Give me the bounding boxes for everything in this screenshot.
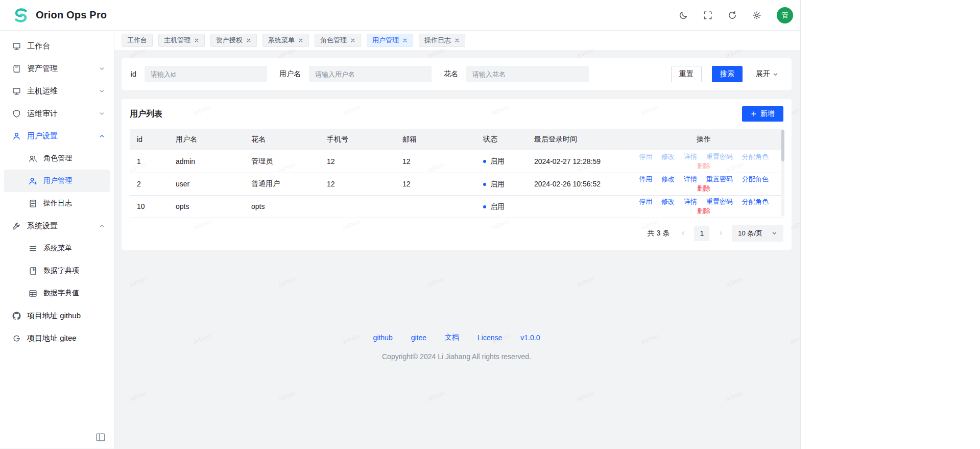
user-list-panel: 用户列表 新增 [122,99,792,250]
column-header-status: 状态 [476,129,527,150]
user-add-icon [29,177,37,185]
assign-role-action[interactable]: 分配角色 [742,175,769,183]
reset-button[interactable]: 重置 [671,66,702,82]
settings-gear-icon[interactable] [752,11,761,20]
footer-link-docs[interactable]: 文档 [445,333,459,342]
reset-password-action[interactable]: 重置密码 [706,153,733,160]
prev-page-button[interactable] [677,226,689,241]
tab-label: 主机管理 [164,36,190,45]
delete-action[interactable]: 删除 [697,207,710,215]
sidebar-item-dict-keys[interactable]: 数据字典项 [4,259,110,282]
page-size-select[interactable]: 10 条/页 [732,225,783,242]
delete-action[interactable]: 删除 [697,162,710,170]
column-header-last-login: 最后登录时间 [527,129,624,150]
sidebar-item-system-settings[interactable]: 系统设置 [4,215,110,237]
tab-workbench[interactable]: 工作台 [122,34,153,47]
username-filter-label: 用户名 [279,69,301,79]
tab-close-icon[interactable] [402,38,408,43]
page-content: id 用户名 花名 重置 搜索 展开 [114,50,800,448]
footer-link-github[interactable]: github [373,334,393,342]
tab-close-icon[interactable] [350,38,355,43]
tab-close-icon[interactable] [298,38,303,43]
detail-action[interactable]: 详情 [684,198,697,205]
cell-email: 12 [395,150,476,173]
expand-toggle[interactable]: 展开 [756,69,778,79]
tab-label: 操作日志 [424,36,451,45]
cell-id: 10 [130,195,169,218]
scrollbar-thumb[interactable] [781,130,784,161]
disable-action[interactable]: 停用 [639,198,652,205]
edit-action[interactable]: 修改 [661,198,675,205]
copyright-text: Copyright© 2024 Li Jiahang All rights re… [122,352,792,361]
status-dot [483,183,486,186]
sidebar-item-asset-management[interactable]: 资产管理 [4,57,110,80]
sidebar-item-gitee[interactable]: 项目地址 gitee [4,327,110,349]
tab-close-icon[interactable] [455,38,460,43]
detail-action[interactable]: 详情 [684,175,697,183]
user-avatar[interactable]: 管 [777,7,793,23]
tab-role-management[interactable]: 角色管理 [315,34,361,47]
sidebar-item-operation-log[interactable]: 操作日志 [4,192,110,215]
user-table: id 用户名 花名 手机号 邮箱 状态 最后登录时间 操作 [130,129,783,218]
assign-role-action[interactable]: 分配角色 [742,153,769,160]
tab-system-menu[interactable]: 系统菜单 [262,34,309,47]
sidebar-item-label: 数据字典项 [43,266,105,275]
username-filter-input[interactable] [309,66,432,82]
tab-user-management[interactable]: 用户管理 [367,34,413,47]
sidebar-item-label: 系统设置 [27,221,99,231]
sidebar-item-github[interactable]: 项目地址 github [4,304,110,327]
sidebar-item-host-ops[interactable]: 主机运维 [4,80,110,102]
nickname-filter-input[interactable] [466,66,589,82]
chevron-up-icon [99,133,105,139]
tab-close-icon[interactable] [194,38,199,43]
tab-operation-log[interactable]: 操作日志 [419,34,465,47]
disable-action[interactable]: 停用 [639,153,652,160]
edit-action[interactable]: 修改 [661,175,675,183]
footer-link-version[interactable]: v1.0.0 [520,334,540,342]
app-title: Orion Ops Pro [36,9,107,21]
cell-username: admin [169,150,244,173]
sidebar-item-label: 用户设置 [27,131,99,141]
reset-password-action[interactable]: 重置密码 [706,198,733,205]
theme-icon[interactable] [679,11,688,20]
sidebar-item-role-management[interactable]: 角色管理 [4,147,110,170]
fullscreen-icon[interactable] [703,11,712,20]
disable-action[interactable]: 停用 [639,175,652,183]
page-number-button[interactable]: 1 [694,226,709,241]
search-button[interactable]: 搜索 [712,66,743,82]
chevron-up-icon [99,223,105,229]
tab-host-management[interactable]: 主机管理 [158,34,205,47]
panel-title: 用户列表 [130,109,162,120]
sidebar-item-workbench[interactable]: 工作台 [4,35,110,57]
refresh-icon[interactable] [728,11,737,20]
sidebar-item-label: 用户管理 [43,176,105,185]
table-scrollbar[interactable] [781,130,784,217]
sidebar-item-system-menu[interactable]: 系统菜单 [4,237,110,259]
brand[interactable]: Orion Ops Pro [11,6,107,25]
delete-action[interactable]: 删除 [697,184,710,192]
sidebar-item-dict-values[interactable]: 数据字典值 [4,282,110,304]
cell-actions: 停用 修改 详情 重置密码 分配角色 删除 [624,150,783,173]
sidebar-item-user-management[interactable]: 用户管理 [4,170,110,192]
edit-action[interactable]: 修改 [661,153,675,160]
id-filter-input[interactable] [145,66,267,82]
tab-label: 资产授权 [216,36,243,45]
reset-password-action[interactable]: 重置密码 [706,175,733,183]
sidebar-collapse-icon[interactable] [95,432,106,442]
chevron-down-icon [773,72,778,77]
sidebar-item-ops-audit[interactable]: 运维审计 [4,102,110,125]
footer-link-gitee[interactable]: gitee [411,334,426,342]
assign-role-action[interactable]: 分配角色 [742,198,769,205]
add-user-button[interactable]: 新增 [742,106,783,122]
footer-link-license[interactable]: License [477,334,502,342]
table-row: 10 opts opts 启用 停用 修改 [130,195,783,218]
next-page-button[interactable] [714,226,727,241]
cell-status: 启用 [476,195,527,218]
tab-close-icon[interactable] [246,38,251,43]
table-row: 1 admin 管理员 12 12 启用 2024-02-27 12:28:59… [130,150,783,173]
cell-actions: 停用 修改 详情 重置密码 分配角色 删除 [624,173,783,195]
detail-action[interactable]: 详情 [684,153,697,160]
sidebar-item-user-settings[interactable]: 用户设置 [4,125,110,147]
roles-icon [29,154,37,163]
tab-asset-auth[interactable]: 资产授权 [210,34,257,47]
